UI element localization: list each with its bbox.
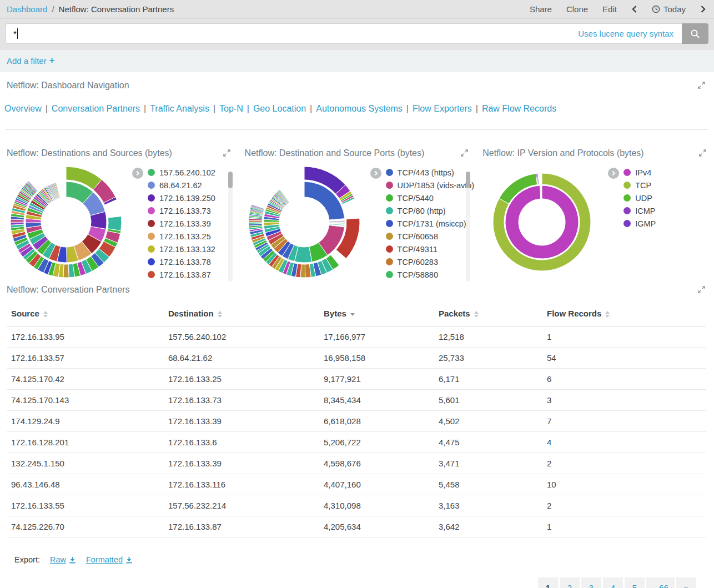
sunburst-chart[interactable] — [482, 163, 601, 282]
page-button-2[interactable]: 2 — [560, 577, 580, 588]
nav-link-top-n[interactable]: Top-N — [219, 104, 243, 113]
cell-bytes: 4,598,676 — [319, 453, 434, 474]
legend-item[interactable]: TCP — [624, 179, 656, 192]
legend-color-dot — [386, 271, 393, 278]
legend-color-dot — [624, 194, 631, 202]
scrollbar-thumb[interactable] — [466, 172, 470, 188]
legend-item[interactable]: IGMP — [624, 217, 656, 230]
legend-item[interactable]: TCP/80 (http) — [386, 204, 475, 217]
legend-label: 172.16.133.73 — [159, 207, 211, 215]
lucene-syntax-link[interactable]: Uses lucene query syntax — [578, 29, 673, 38]
legend-item[interactable]: TCP/5440 — [386, 192, 475, 204]
export-formatted-link[interactable]: Formatted — [86, 555, 133, 564]
legend-item[interactable]: 172.16.133.39 — [148, 217, 215, 230]
export-raw-link[interactable]: Raw — [50, 555, 76, 564]
legend-item[interactable]: 172.16.133.132 — [148, 243, 215, 255]
search-button[interactable] — [682, 23, 708, 44]
chart-body: 157.56.240.10268.64.21.62172.16.139.2501… — [7, 163, 232, 283]
table-row: 174.129.24.9172.16.133.396,618,0284,5027 — [7, 411, 706, 432]
legend-item[interactable]: TCP/58880 — [386, 268, 475, 281]
sunburst-segment[interactable] — [329, 223, 345, 224]
nav-link-flow-exporters[interactable]: Flow Exporters — [413, 104, 472, 113]
sunburst-segment[interactable] — [63, 264, 69, 278]
legend-item[interactable]: TCP/49311 — [386, 243, 475, 255]
chart-panel-head: Netflow: IP Version and Protocols (bytes… — [482, 148, 707, 158]
share-button[interactable]: Share — [530, 4, 552, 14]
legend-item[interactable]: 68.64.21.62 — [148, 179, 215, 192]
nav-link-traffic-analysis[interactable]: Traffic Analysis — [150, 104, 209, 113]
legend-color-dot — [386, 194, 393, 202]
legend-item[interactable]: TCP/1731 (msiccp) — [386, 217, 475, 230]
page-button-5[interactable]: 5 — [625, 577, 645, 588]
chevron-right-icon — [700, 5, 706, 13]
expand-icon[interactable] — [697, 81, 706, 90]
breadcrumb: Dashboard / Netflow: Conversation Partne… — [7, 4, 174, 14]
cell-source: 74.125.226.70 — [7, 516, 164, 537]
legend-item[interactable]: 172.16.133.25 — [148, 230, 215, 243]
export-bar: Export: Raw Formatted — [14, 555, 706, 564]
legend-item[interactable]: 172.16.133.73 — [148, 204, 215, 217]
page-button-3[interactable]: 3 — [581, 577, 601, 588]
expand-icon[interactable] — [697, 285, 706, 294]
clone-button[interactable]: Clone — [566, 4, 588, 14]
table-row: 172.16.133.55157.56.232.2144,310,0983,16… — [7, 495, 706, 516]
nav-link-raw-flow-records[interactable]: Raw Flow Records — [482, 104, 556, 113]
legend-toggle-button[interactable] — [132, 168, 143, 179]
sunburst-segment[interactable] — [108, 217, 122, 231]
sunburst-chart[interactable] — [245, 163, 364, 282]
legend-item[interactable]: 157.56.240.102 — [148, 166, 215, 179]
cell-packets: 6,171 — [434, 369, 542, 390]
legend-item[interactable]: UDP/1853 (vids-avtp) — [386, 179, 475, 192]
nav-link-autonomous-systems[interactable]: Autonomous Systems — [316, 104, 403, 113]
time-forward-button[interactable] — [700, 5, 706, 13]
nav-link-geo-location[interactable]: Geo Location — [253, 104, 306, 113]
column-header-source[interactable]: Source — [7, 304, 164, 326]
legend-label: TCP/1731 (msiccp) — [398, 219, 466, 228]
legend-item[interactable]: TCP/60283 — [386, 255, 475, 268]
legend-toggle-button[interactable] — [608, 168, 619, 179]
cell-destination: 172.16.133.87 — [164, 516, 319, 537]
nav-link-separator: | — [213, 104, 215, 113]
query-input[interactable]: * Uses lucene query syntax — [6, 23, 682, 44]
sunburst-segment[interactable] — [329, 220, 345, 222]
page-next-button[interactable]: » — [676, 577, 696, 588]
sunburst-segment[interactable] — [249, 222, 262, 224]
cell-destination: 172.16.133.39 — [164, 453, 319, 474]
cell-destination: 172.16.133.116 — [164, 474, 319, 495]
legend-toggle-button[interactable] — [370, 168, 381, 179]
sort-icon — [218, 311, 222, 318]
edit-button[interactable]: Edit — [602, 4, 617, 14]
legend-item[interactable]: 172.16.133.78 — [148, 255, 215, 268]
legend-item[interactable]: IPv4 — [624, 166, 656, 179]
expand-icon[interactable] — [222, 148, 232, 158]
expand-icon[interactable] — [460, 148, 469, 158]
scrollbar-thumb[interactable] — [228, 172, 233, 188]
nav-link-overview[interactable]: Overview — [4, 104, 42, 113]
time-back-button[interactable] — [631, 5, 637, 13]
nav-link-conversation-partners[interactable]: Conversation Partners — [52, 104, 140, 113]
legend-item[interactable]: ICMP — [624, 204, 656, 217]
legend-item[interactable]: 172.16.133.87 — [148, 268, 215, 281]
legend-item[interactable]: TCP/60658 — [386, 230, 475, 243]
page-button-66[interactable]: ...66 — [646, 577, 675, 588]
expand-icon[interactable] — [698, 148, 707, 158]
column-header-bytes[interactable]: Bytes — [319, 304, 434, 326]
column-header-packets[interactable]: Packets — [434, 304, 542, 326]
legend-item[interactable]: UDP — [624, 192, 656, 204]
page-button-1[interactable]: 1 — [538, 577, 558, 588]
page-button-4[interactable]: 4 — [603, 577, 623, 588]
time-picker-button[interactable]: Today — [652, 4, 686, 14]
sunburst-chart[interactable] — [7, 163, 125, 282]
legend-item[interactable]: 172.16.139.250 — [148, 192, 215, 204]
column-header-flow-records[interactable]: Flow Records — [542, 304, 706, 326]
legend-scrollbar — [228, 172, 233, 282]
add-filter-button[interactable]: Add a filter + — [7, 56, 54, 66]
column-header-destination[interactable]: Destination — [164, 304, 319, 326]
cell-source: 172.16.133.95 — [7, 326, 164, 348]
pagination: 12345...66» — [7, 577, 696, 588]
sunburst-segment[interactable] — [505, 185, 579, 259]
legend-item[interactable]: TCP/443 (https) — [386, 166, 475, 179]
time-label: Today — [663, 4, 686, 14]
breadcrumb-dashboard-link[interactable]: Dashboard — [7, 4, 47, 14]
sunburst-segment[interactable] — [11, 222, 24, 225]
